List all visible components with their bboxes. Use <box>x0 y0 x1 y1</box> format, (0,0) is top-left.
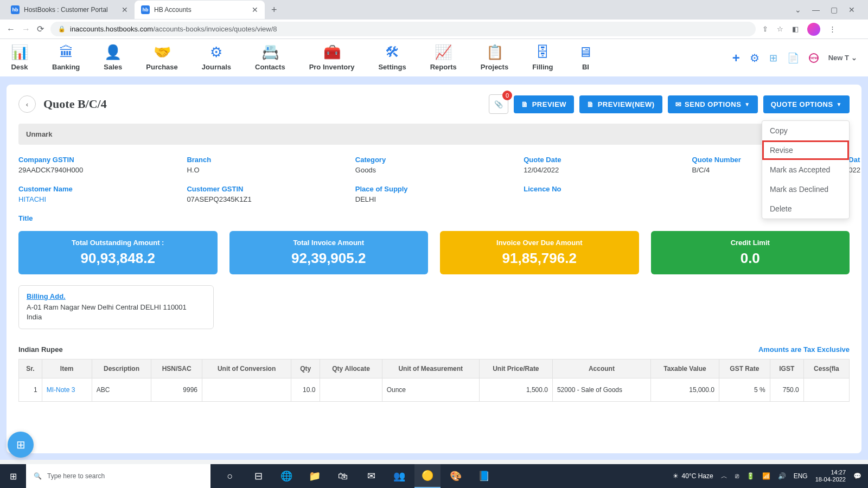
url-text: inaccounts.hostbooks.com/accounts-books/… <box>70 25 277 33</box>
label-branch: Branch <box>187 156 344 164</box>
side-panel-icon[interactable]: ◧ <box>792 25 799 33</box>
minimize-icon[interactable]: — <box>812 5 820 14</box>
maximize-icon[interactable]: ▢ <box>831 5 838 14</box>
label-title: Title <box>18 214 33 222</box>
volume-icon[interactable]: 🔊 <box>778 472 786 480</box>
close-icon[interactable]: ✕ <box>122 5 128 14</box>
kebab-menu-icon[interactable]: ⋮ <box>829 25 836 33</box>
line-items-table: Sr. Item Description HSN/SAC Unit of Con… <box>18 359 850 402</box>
back-button[interactable]: ‹ <box>18 95 36 113</box>
forward-icon[interactable]: → <box>22 24 30 34</box>
share-icon[interactable]: ⇧ <box>762 25 768 33</box>
task-edge[interactable]: 🌐 <box>273 464 299 488</box>
profile-avatar[interactable] <box>807 23 820 36</box>
nav-pro-inventory[interactable]: 🧰Pro Inventory <box>309 44 355 71</box>
task-chrome[interactable]: 🟡 <box>414 464 441 488</box>
task-task-view[interactable]: ⊟ <box>245 464 271 488</box>
menu-item-revise[interactable]: Revise <box>762 140 849 160</box>
preview-button[interactable]: 🗎PREVIEW <box>514 95 574 113</box>
app-launcher-button[interactable]: ⊞ <box>8 432 34 458</box>
table-row[interactable]: 1 MI-Note 3 ABC 9996 10.0 Ounce 1,500.0 … <box>19 378 850 402</box>
value-branch: H.O <box>187 166 344 174</box>
chevron-up-icon[interactable]: ︿ <box>721 472 727 481</box>
nav-journals[interactable]: ⚙Journals <box>202 44 231 71</box>
calc-icon[interactable]: ⊞ <box>769 52 777 64</box>
back-icon[interactable]: ← <box>7 24 15 34</box>
col-rate: Unit Price/Rate <box>479 359 552 378</box>
task-word[interactable]: 📘 <box>471 464 497 488</box>
col-item: Item <box>42 359 92 378</box>
preview-new-button[interactable]: 🗎PREVIEW(NEW) <box>579 95 662 113</box>
nav-bi[interactable]: 🖥BI <box>577 44 594 71</box>
menu-item-mark-declined[interactable]: Mark as Declined <box>762 179 849 199</box>
label-company-gstin: Company GSTIN <box>18 156 176 164</box>
attachment-icon: 📎 <box>494 100 503 108</box>
taskbar-clock[interactable]: 14:27 18-04-2022 <box>815 469 846 483</box>
attachment-button[interactable]: 📎 0 <box>489 94 508 114</box>
chevron-down-icon[interactable]: ⌄ <box>795 5 801 14</box>
menu-item-mark-accepted[interactable]: Mark as Accepted <box>762 160 849 179</box>
col-igst: IGST <box>770 359 803 378</box>
task-explorer[interactable]: 📁 <box>302 464 328 488</box>
quote-options-button[interactable]: QUOTE OPTIONS ▼ <box>763 95 850 113</box>
bi-icon: 🖥 <box>577 44 594 60</box>
new-tab-button[interactable]: + <box>265 4 284 16</box>
metric-credit: Credit Limit0.0 <box>651 231 850 274</box>
send-options-button[interactable]: ✉SEND OPTIONS ▼ <box>668 95 758 113</box>
filling-icon: 🗄 <box>534 44 551 60</box>
bookmark-icon[interactable]: ☆ <box>777 25 783 33</box>
unmark-bar[interactable]: Unmark <box>18 124 850 145</box>
task-mail[interactable]: ✉ <box>358 464 384 488</box>
inventory-icon: 🧰 <box>323 44 341 60</box>
task-paint[interactable]: 🎨 <box>443 464 469 488</box>
browser-tab[interactable]: hb HostBooks : Customer Portal ✕ <box>4 1 135 19</box>
task-teams[interactable]: 👥 <box>386 464 412 488</box>
menu-item-delete[interactable]: Delete <box>762 199 849 219</box>
start-button[interactable]: ⊞ <box>0 464 26 488</box>
nav-purchase[interactable]: 🤝Purchase <box>146 44 178 71</box>
nav-settings[interactable]: 🛠Settings <box>378 44 406 71</box>
page-title: Quote B/C/4 <box>43 97 107 111</box>
browser-tab-active[interactable]: hb HB Accounts ✕ <box>135 1 265 19</box>
nav-contacts[interactable]: 📇Contacts <box>255 44 285 71</box>
metric-outstanding: Total Outstanding Amount :90,93,848.2 <box>18 231 218 274</box>
billing-line2: India <box>27 312 206 322</box>
nav-sales[interactable]: 👤Sales <box>104 44 122 71</box>
close-icon[interactable]: ✕ <box>252 5 258 14</box>
gear-icon[interactable]: ⚙ <box>750 52 760 65</box>
reload-icon[interactable]: ⟳ <box>37 24 44 34</box>
value-customer-name[interactable]: HITACHI <box>18 195 46 203</box>
metric-invoice: Total Invoice Amount92,39,905.2 <box>229 231 429 274</box>
notifications-icon[interactable]: 💬 <box>853 472 861 480</box>
nav-filling[interactable]: 🗄Filling <box>532 44 553 71</box>
item-link[interactable]: MI-Note 3 <box>42 378 92 402</box>
taskbar-search[interactable]: 🔍 Type here to search <box>26 464 210 488</box>
nav-projects[interactable]: 📋Projects <box>481 44 508 71</box>
currency-label: Indian Rupee <box>18 345 63 354</box>
taskbar-weather[interactable]: ☀40°C Haze <box>673 472 713 480</box>
battery-icon[interactable]: 🔋 <box>746 472 755 480</box>
nav-desk[interactable]: 📊Desk <box>11 44 28 71</box>
doc-icon[interactable]: 📄 <box>787 52 799 64</box>
add-icon[interactable]: + <box>732 50 740 66</box>
col-taxable: Taxable Value <box>650 359 719 378</box>
file-icon: 🗎 <box>521 100 529 108</box>
col-hsn: HSN/SAC <box>151 359 202 378</box>
menu-item-copy[interactable]: Copy <box>762 121 849 140</box>
nav-reports[interactable]: 📈Reports <box>430 44 457 71</box>
task-store[interactable]: 🛍 <box>330 464 356 488</box>
nav-banking[interactable]: 🏛Banking <box>52 44 80 71</box>
wifi-icon[interactable]: 📶 <box>762 472 770 480</box>
col-uoc: Unit of Conversion <box>202 359 291 378</box>
metric-overdue: Invoice Over Due Amount91,85,796.2 <box>440 231 639 274</box>
task-cortana[interactable]: ○ <box>217 464 243 488</box>
close-window-icon[interactable]: ✕ <box>848 5 855 14</box>
col-qty: Qty <box>291 359 320 378</box>
user-menu[interactable]: New T ⌄ <box>828 54 857 62</box>
language-indicator[interactable]: ENG <box>794 472 808 480</box>
billing-title[interactable]: Billing Add. <box>27 292 206 300</box>
address-bar[interactable]: 🔒 inaccounts.hostbooks.com/accounts-book… <box>50 22 756 36</box>
col-gst-rate: GST Rate <box>719 359 770 378</box>
tray-icon[interactable]: ⎚ <box>735 472 739 480</box>
new-badge-icon[interactable]: new <box>809 53 819 63</box>
